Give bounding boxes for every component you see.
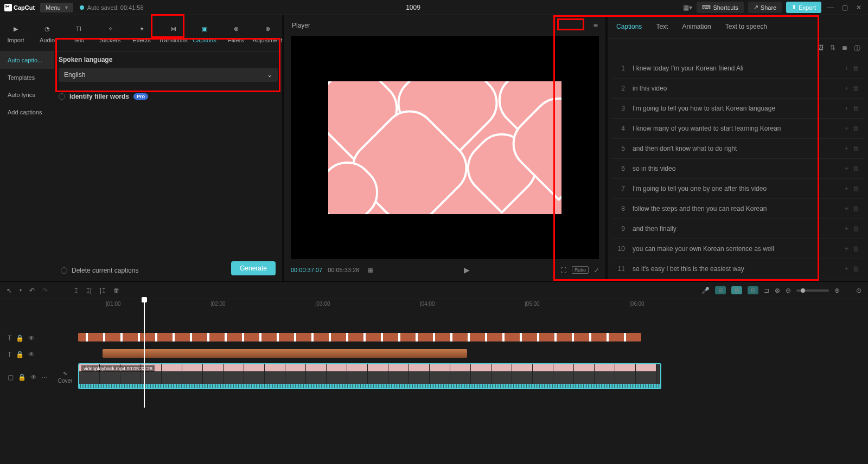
list-icon[interactable]: ≣ [842,44,847,53]
redo-button[interactable]: ↷ [42,287,48,294]
add-caption-icon[interactable]: + [845,225,848,233]
maximize-icon[interactable]: ▢ [840,3,850,12]
tl-btn-2[interactable]: ⊟ [731,286,742,294]
side-tab-1[interactable]: Templates [0,69,54,86]
tool-import[interactable]: ▶Import [0,15,31,51]
fit-icon[interactable]: ⊙ [856,287,861,294]
video-clip[interactable]: videoplayback.mp4 00:05:33:28 [78,363,661,389]
mic-icon[interactable]: 🎤 [701,287,710,294]
image-icon[interactable]: 🖼 [817,44,824,53]
delete-caption-icon[interactable]: 🗑 [853,145,859,152]
cover-button[interactable]: ✎Cover [55,371,75,384]
player-menu-icon[interactable]: ≡ [593,21,598,30]
add-caption-icon[interactable]: + [845,205,848,212]
help-icon[interactable]: ⓘ [854,44,860,53]
side-tab-3[interactable]: Add captions [0,104,54,121]
thumbnail-mode-icon[interactable]: ▦ [368,267,373,274]
close-icon[interactable]: ✕ [854,3,864,12]
tool-filters[interactable]: ⊗Filters [220,15,252,51]
caption-item[interactable]: 9and then finally+🗑 [612,219,864,239]
minimize-icon[interactable]: — [826,3,835,12]
pointer-tool[interactable]: ↖ [7,287,12,294]
filler-words-radio[interactable] [59,93,65,100]
delete-caption-icon[interactable]: 🗑 [853,245,859,253]
delete-caption-icon[interactable]: 🗑 [853,125,859,132]
caption-item[interactable]: 8follow the steps and then you can read … [612,199,864,219]
add-caption-icon[interactable]: + [845,125,848,132]
tool-audio[interactable]: ◔Audio [31,15,63,51]
video-preview[interactable] [291,36,599,259]
scan-icon[interactable]: ⛶ [560,267,566,273]
timeline-ruler[interactable]: |01:00|02:00|03:00|04:00|05:00|06:00 [0,299,868,309]
add-caption-icon[interactable]: + [845,85,848,92]
tool-transitions[interactable]: ⋈Transitions [157,15,189,51]
tool-stickers[interactable]: ✧Stickers [94,15,126,51]
add-caption-icon[interactable]: + [845,145,848,152]
rp-tab-text-to-speech[interactable]: Text to speech [724,21,768,33]
delete-caption-icon[interactable]: 🗑 [853,165,859,172]
generate-button[interactable]: Generate [231,261,276,275]
caption-item[interactable]: 10you can make your own Korean sentence … [612,239,864,259]
caption-item[interactable]: 6so in this video+🗑 [612,159,864,179]
caption-item[interactable]: 3I'm going to tell you how to start Kore… [612,99,864,119]
shortcuts-button[interactable]: ⌨ Shortcuts [697,2,743,13]
delete-caption-icon[interactable]: 🗑 [853,205,859,212]
link-icon[interactable]: ⊗ [775,287,780,294]
more-icon[interactable]: ⋯ [41,373,48,381]
tl-btn-3[interactable]: ⊟ [748,286,758,294]
add-caption-icon[interactable]: + [845,245,848,253]
tool-adjustment[interactable]: ⊜Adjustment [252,15,283,51]
side-tab-0[interactable]: Auto captio... [0,51,54,69]
magnet-icon[interactable]: ⊐ [764,287,769,294]
tl-btn-1[interactable]: ⊟ [715,286,726,294]
share-button[interactable]: ↗ Share [748,2,782,13]
delete-caption-icon[interactable]: 🗑 [853,65,859,72]
lock-icon-2[interactable]: 🔒 [16,351,24,358]
side-tab-2[interactable]: Auto lyrics [0,86,54,104]
tool-captions[interactable]: ▣Captions [189,15,220,51]
video-track-icon[interactable]: ▢ [8,373,14,381]
eye-icon-2[interactable]: 👁 [28,351,35,358]
audio-clip[interactable] [103,349,467,358]
zoom-in-icon[interactable]: ⊕ [834,287,840,294]
delete-caption-icon[interactable]: 🗑 [853,185,859,192]
undo-button[interactable]: ↶ [29,287,35,294]
language-select[interactable]: English⌄ [59,68,278,82]
delete-captions-radio[interactable] [61,267,67,274]
tool-text[interactable]: TIText [63,15,94,51]
caption-item[interactable]: 1I knew today I'm your Korean friend Ali… [612,59,864,79]
fullscreen-icon[interactable]: ⤢ [594,267,599,274]
add-caption-icon[interactable]: + [845,105,848,112]
tool-effects[interactable]: ✦Effects [126,15,157,51]
rp-tab-animation[interactable]: Animation [681,21,712,33]
add-caption-icon[interactable]: + [845,165,848,172]
layout-icon[interactable]: ▦▾ [682,3,692,12]
add-caption-icon[interactable]: + [845,185,848,192]
text-track-icon-2[interactable]: T [8,351,11,358]
menu-button[interactable]: Menu [40,3,73,12]
lock-icon-3[interactable]: 🔒 [18,373,26,381]
lock-icon[interactable]: 🔒 [16,334,24,342]
caption-item[interactable]: 4I know many of you wanted to start lear… [612,119,864,139]
eye-icon[interactable]: 👁 [28,334,35,342]
delete-caption-icon[interactable]: 🗑 [853,105,859,112]
caption-item[interactable]: 11so it's easy I bet this is the easiest… [612,259,864,279]
delete-caption-icon[interactable]: 🗑 [853,225,859,233]
caption-item[interactable]: 2in this video+🗑 [612,79,864,99]
playhead[interactable] [144,299,145,408]
caption-item[interactable]: 5and then don't know what to do right+🗑 [612,139,864,159]
ratio-button[interactable]: Ratio [572,266,589,274]
text-track-icon[interactable]: T [8,334,11,342]
split-tool[interactable]: 𝙸 [74,287,78,294]
split-left-tool[interactable]: 𝙸[ [86,287,92,294]
eye-icon-3[interactable]: 👁 [30,373,37,381]
add-caption-icon[interactable]: + [845,65,848,72]
caption-clips[interactable] [78,333,641,341]
export-button[interactable]: ⬆ Export [786,2,821,13]
delete-caption-icon[interactable]: 🗑 [853,85,859,92]
add-caption-icon[interactable]: + [845,265,848,273]
zoom-out-icon[interactable]: ⊖ [786,287,791,294]
split-right-tool[interactable]: ]𝙸 [99,287,105,294]
rp-tab-captions[interactable]: Captions [615,21,643,33]
delete-tool[interactable]: 🗑 [113,287,120,294]
